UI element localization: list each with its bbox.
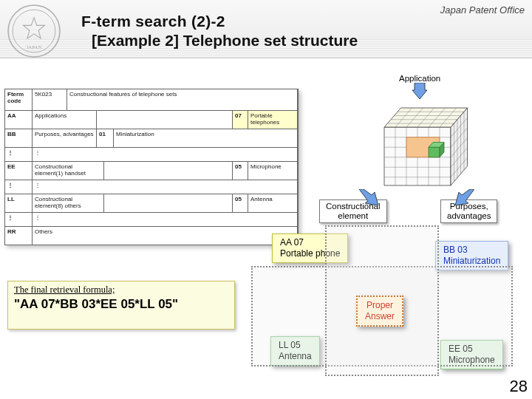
title-line-2: [Example 2] Telephone set structure <box>92 31 358 50</box>
arrow-diag-left-icon <box>359 189 378 205</box>
row-rr-desc: Others <box>33 227 298 245</box>
row-aa-07-val: Portable telephones <box>248 111 298 129</box>
retrieval-formula: "AA 07*BB 03*EE 05*LL 05" <box>14 297 228 312</box>
svg-marker-39 <box>359 189 378 205</box>
fterm-table-sheet: Fterm code 5K023 Constructional features… <box>4 89 299 245</box>
row-ll-05: 05 <box>233 194 248 212</box>
row-aa-code: AA <box>5 111 33 129</box>
svg-text:JAPAN: JAPAN <box>27 44 42 50</box>
callout-proper-answer: Proper Answer <box>356 296 403 327</box>
callout-bb03-code: BB 03 <box>443 245 500 256</box>
svg-marker-35 <box>429 147 440 157</box>
retrieval-label: The final retrieval formula; <box>14 284 228 296</box>
jpo-seal-logo: JAPAN <box>6 3 62 59</box>
row-ee-05-val: Microphone <box>248 162 298 180</box>
row-ee-code: EE <box>5 162 33 180</box>
org-label: Japan Patent Office <box>440 4 525 16</box>
row-bb-01: 01 <box>97 129 114 147</box>
row-ee-05: 05 <box>233 162 248 180</box>
theme-code: 5K023 <box>33 89 67 110</box>
title-line-1: F-term search (2)-2 <box>81 12 358 31</box>
callout-bb03-text: Miniaturization <box>443 256 500 267</box>
arrow-down-icon <box>412 83 427 99</box>
row-ll-05-val: Antenna <box>248 194 298 212</box>
row-ll-code: LL <box>5 194 33 212</box>
row-aa-desc: Applications <box>33 111 97 129</box>
row-bb-01-val: Miniaturization <box>114 129 298 147</box>
row-rr-code: RR <box>5 227 33 245</box>
row-ee-desc: Constructional element(1) handset <box>33 162 104 180</box>
svg-marker-40 <box>455 189 474 205</box>
row-aa-07: 07 <box>233 111 248 129</box>
row-ll-desc: Constructional element(8) others <box>33 194 104 212</box>
table-code-header: Fterm code <box>5 89 33 110</box>
table-header-text: Constructional features of telephone set… <box>67 89 298 110</box>
arrow-diag-right-icon <box>455 189 474 205</box>
row-bb-code: BB <box>5 129 33 147</box>
svg-marker-38 <box>412 83 427 99</box>
slide-title: F-term search (2)-2 [Example 2] Telephon… <box>81 12 358 51</box>
page-number: 28 <box>510 377 528 396</box>
row-bb-desc: Purposes, advantages <box>33 129 97 147</box>
retrieval-box: The final retrieval formula; "AA 07*BB 0… <box>7 281 235 330</box>
